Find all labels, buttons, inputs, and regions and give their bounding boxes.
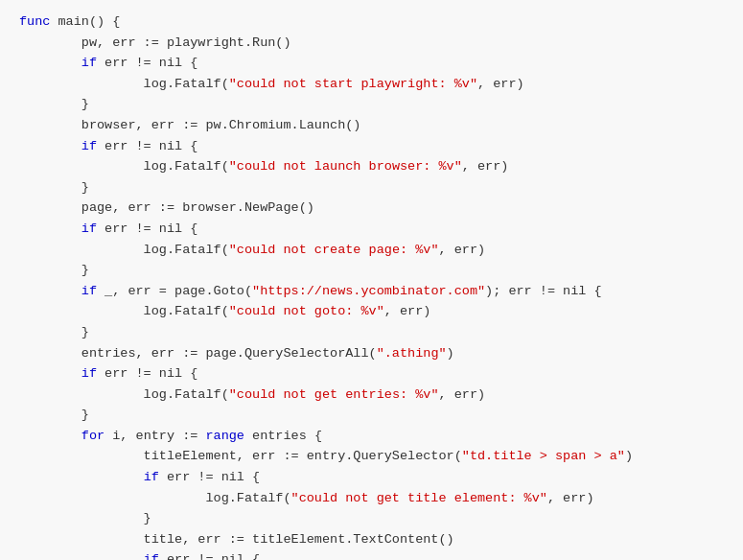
code-token: main() { [58,12,121,33]
code-line: log.Fatalf("could not get entries: %v", … [0,385,743,406]
code-token: } [19,94,89,115]
code-token [19,281,81,302]
code-line: } [0,322,743,343]
code-token: "could not get title element: %v" [291,488,547,509]
code-line: titleElement, err := entry.QuerySelector… [0,446,743,467]
code-token: for [81,426,104,447]
code-token: , err) [477,74,524,95]
code-token: ) [625,446,633,467]
code-token: } [19,405,89,426]
code-line: } [0,177,743,198]
code-line: for i, entry := range entries { [0,426,743,447]
code-token: titleElement, err := entry.QuerySelector… [19,446,462,467]
code-token: entries, err := page.QuerySelectorAll( [19,343,377,364]
code-line: if err != nil { [0,136,743,157]
code-token: log.Fatalf( [19,74,229,95]
code-token: err != nil { [97,363,197,385]
code-line: } [0,94,743,115]
code-line: log.Fatalf("could not get title element:… [0,488,743,509]
code-token: page, err := browser.NewPage() [19,198,314,219]
code-line: } [0,260,743,281]
code-token: if [81,136,97,157]
code-token: func [19,12,58,33]
code-token: , err) [439,240,486,261]
code-token: if [81,53,97,74]
code-token: "td.title > span > a" [462,446,625,467]
code-token [19,219,81,240]
code-token: "could not start playwright: %v" [229,74,477,95]
code-token: err != nil { [159,467,260,488]
code-token: log.Fatalf( [19,301,229,322]
code-token: } [19,260,89,281]
code-token: ) [447,343,454,364]
code-line: if err != nil { [0,363,743,385]
code-token: if [144,549,159,560]
code-line: page, err := browser.NewPage() [0,198,743,219]
code-token: _, err = page.Goto( [97,281,252,302]
code-token: if [81,363,97,385]
code-token [19,363,81,385]
code-token: log.Fatalf( [19,385,229,406]
code-line: if err != nil { [0,467,743,488]
code-token: "could not launch browser: %v" [229,156,462,177]
code-line: browser, err := pw.Chromium.Launch() [0,115,743,136]
code-line: if err != nil { [0,219,743,240]
code-token: } [19,322,89,343]
code-token: "https://news.ycombinator.com" [252,281,485,302]
code-token: i, entry := [104,426,205,447]
code-line: if err != nil { [0,549,743,560]
code-line: func main() { [0,12,743,33]
code-token: err != nil { [159,549,260,560]
code-line: title, err := titleElement.TextContent() [0,529,743,550]
code-token: if [81,219,97,240]
code-token [19,53,81,74]
code-token [19,467,144,488]
code-token: title, err := titleElement.TextContent() [19,529,454,550]
code-editor: func main() { pw, err := playwright.Run(… [0,0,743,560]
code-token: , err) [384,301,431,322]
code-token: ); err != nil { [485,281,602,302]
code-token: "could not get entries: %v" [229,385,439,406]
code-token: browser, err := pw.Chromium.Launch() [19,115,360,136]
code-token: log.Fatalf( [19,156,229,177]
code-token: log.Fatalf( [19,488,291,509]
code-line: log.Fatalf("could not launch browser: %v… [0,156,743,177]
code-line: } [0,405,743,426]
code-token: } [19,177,89,198]
code-token: , err) [547,488,594,509]
code-line: pw, err := playwright.Run() [0,33,743,54]
code-line: log.Fatalf("could not create page: %v", … [0,240,743,261]
code-token: pw, err := playwright.Run() [19,33,291,54]
code-token: , err) [462,156,509,177]
code-token [19,426,81,447]
code-token: "could not create page: %v" [229,240,439,261]
code-line: entries, err := page.QuerySelectorAll(".… [0,343,743,364]
code-line: log.Fatalf("could not goto: %v", err) [0,301,743,322]
code-line: if _, err = page.Goto("https://news.ycom… [0,281,743,302]
code-token: log.Fatalf( [19,240,229,261]
code-token: err != nil { [97,53,197,74]
code-token: if [144,467,159,488]
code-token [19,549,144,560]
code-token: err != nil { [97,136,197,157]
code-token: "could not goto: %v" [229,301,384,322]
code-token: range [205,426,244,447]
code-token: ".athing" [377,343,447,364]
code-token: } [19,508,151,529]
code-token: entries { [244,426,322,447]
code-token [19,136,81,157]
code-line: if err != nil { [0,53,743,74]
code-line: log.Fatalf("could not start playwright: … [0,74,743,95]
code-token: err != nil { [97,219,197,240]
code-token: , err) [439,385,486,406]
code-line: } [0,508,743,529]
code-token: if [81,281,97,302]
